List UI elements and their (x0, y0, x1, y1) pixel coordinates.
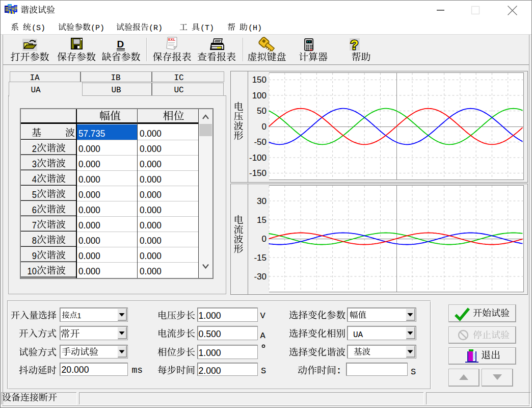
svg-text:0.500: 0.500 (199, 328, 221, 339)
svg-text:2.000: 2.000 (199, 365, 221, 376)
svg-text:0.000: 0.000 (140, 174, 162, 185)
svg-text:0: 0 (262, 234, 267, 244)
svg-text:5: 5 (32, 189, 37, 200)
svg-text:0: 0 (262, 122, 267, 132)
svg-text:(H): (H) (248, 24, 262, 33)
svg-text:(R): (R) (149, 24, 163, 33)
svg-text:(P): (P) (91, 24, 104, 33)
svg-text:0.000: 0.000 (78, 266, 100, 276)
svg-text:100: 100 (252, 91, 267, 100)
svg-text:7: 7 (32, 220, 37, 231)
svg-text:1.000: 1.000 (199, 347, 221, 358)
svg-text:S: S (261, 366, 266, 376)
svg-text:15: 15 (257, 215, 267, 225)
svg-text:A: A (260, 331, 266, 341)
svg-text:IB: IB (111, 73, 120, 83)
svg-text:0.000: 0.000 (78, 205, 100, 215)
svg-text:20.000: 20.000 (62, 364, 89, 375)
svg-text:0.000: 0.000 (78, 174, 100, 185)
svg-text:?: ? (351, 37, 359, 53)
svg-text:UA: UA (353, 330, 363, 340)
svg-text:0.000: 0.000 (78, 143, 100, 154)
svg-text:3: 3 (32, 159, 37, 169)
svg-text:-15: -15 (254, 253, 267, 263)
svg-text:0.000: 0.000 (140, 235, 162, 246)
svg-text:6: 6 (32, 205, 37, 215)
svg-text:2: 2 (32, 143, 37, 154)
svg-text:0.000: 0.000 (140, 128, 162, 139)
svg-text:0.000: 0.000 (140, 220, 162, 231)
svg-text:30: 30 (257, 196, 267, 206)
svg-text:0.000: 0.000 (140, 189, 162, 200)
svg-text:UB: UB (111, 86, 121, 95)
svg-text:0.000: 0.000 (140, 159, 162, 169)
svg-text:0.000: 0.000 (140, 143, 162, 154)
svg-text:(T): (T) (200, 24, 214, 33)
svg-text:0.000: 0.000 (140, 250, 162, 261)
svg-text:1: 1 (77, 312, 82, 320)
svg-text:IC: IC (174, 73, 183, 83)
svg-text:ms: ms (132, 365, 143, 375)
svg-text:0.000: 0.000 (78, 250, 100, 261)
svg-text:(S): (S) (32, 24, 45, 33)
svg-text:UA: UA (31, 86, 41, 95)
svg-text:0.000: 0.000 (78, 220, 100, 231)
svg-text:0.000: 0.000 (78, 159, 100, 169)
svg-text:0.000: 0.000 (78, 189, 100, 200)
svg-text:4: 4 (32, 174, 37, 185)
svg-text:V: V (260, 311, 266, 321)
svg-text:D: D (117, 39, 124, 49)
svg-text:EXL: EXL (168, 37, 176, 42)
svg-text:9: 9 (32, 250, 37, 261)
svg-text:UC: UC (174, 86, 183, 95)
svg-text:0.000: 0.000 (140, 205, 162, 215)
svg-text::: : (337, 365, 340, 375)
svg-text:0.000: 0.000 (140, 266, 162, 276)
svg-text:150: 150 (252, 75, 267, 85)
svg-text:IA: IA (30, 73, 40, 83)
svg-text:-100: -100 (249, 153, 267, 163)
svg-text:50: 50 (257, 106, 267, 116)
svg-text:57.735: 57.735 (78, 128, 105, 139)
svg-text:0.000: 0.000 (78, 235, 100, 246)
svg-text:-30: -30 (254, 272, 267, 282)
svg-text:1.000: 1.000 (199, 310, 221, 321)
svg-text:-50: -50 (254, 137, 267, 147)
svg-text:8: 8 (32, 235, 37, 246)
svg-text:-150: -150 (249, 168, 267, 178)
svg-text:10: 10 (28, 266, 37, 276)
svg-text:S: S (411, 367, 416, 377)
